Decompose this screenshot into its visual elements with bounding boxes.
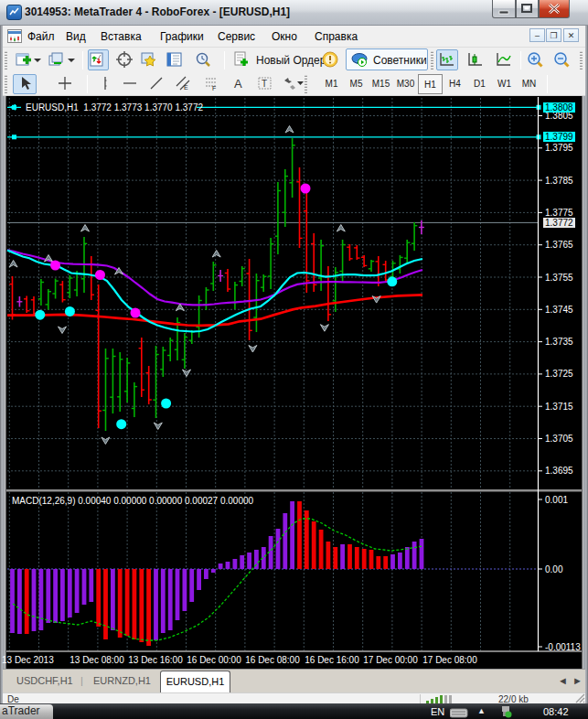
svg-text:F: F	[212, 85, 216, 91]
svg-text:EURUSD,H1 1.3772 1.3773 1.377: EURUSD,H1 1.3772 1.3773 1.3770 1.3772	[26, 102, 203, 113]
svg-text:A: A	[234, 77, 242, 91]
svg-text:E: E	[184, 84, 188, 91]
svg-text:MACD(12,26,9) 0.00040 0.00000: MACD(12,26,9) 0.00040 0.00000 0.00000 0.…	[12, 496, 254, 506]
svg-text:T: T	[262, 79, 267, 89]
